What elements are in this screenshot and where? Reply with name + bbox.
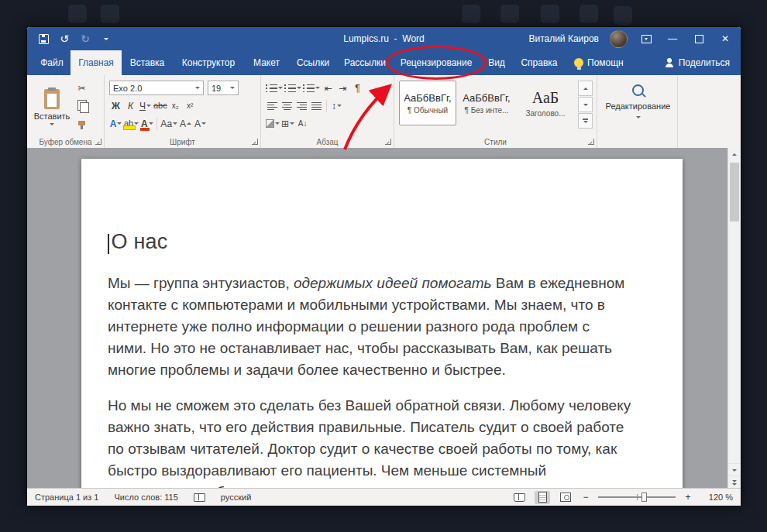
scroll-down-button[interactable] — [728, 463, 741, 476]
proofing-status[interactable] — [186, 493, 213, 502]
text-effects-button[interactable]: А — [109, 116, 122, 131]
style-heading1[interactable]: АаБ Заголово... — [517, 81, 574, 125]
bullet-list-button[interactable] — [266, 81, 283, 95]
grow-font-button[interactable]: А — [179, 116, 192, 131]
user-avatar[interactable] — [610, 30, 628, 48]
editing-group[interactable]: Редактирование — [597, 75, 678, 148]
tab-file[interactable]: Файл — [33, 50, 71, 75]
ribbon-display-options-button[interactable] — [638, 31, 654, 46]
zoom-slider-thumb[interactable] — [641, 493, 647, 502]
style-scroll-up-button[interactable] — [578, 81, 593, 96]
increase-indent-icon: ⇥ — [339, 84, 346, 93]
dialog-launcher-icon[interactable] — [252, 139, 258, 145]
style-gallery-scroll — [578, 81, 593, 129]
document-page[interactable]: О нас Мы — группа энтузиастов, одержимых… — [81, 159, 683, 489]
align-center-button[interactable] — [280, 98, 294, 113]
tab-layout[interactable]: Макет — [244, 50, 289, 75]
sort-button[interactable]: А↓ — [296, 116, 309, 131]
shrink-font-button[interactable]: А — [194, 116, 207, 131]
strikethrough-button[interactable]: abc — [153, 98, 167, 113]
multilevel-list-button[interactable] — [303, 81, 320, 95]
document-heading[interactable]: О нас — [112, 230, 168, 254]
tab-view[interactable]: Вид — [480, 50, 514, 75]
tab-tell-me[interactable]: Помощн — [574, 50, 624, 75]
undo-button[interactable]: ↺ — [59, 33, 70, 45]
italic-button[interactable]: К — [124, 98, 137, 113]
decrease-indent-button[interactable]: ⇤ — [322, 81, 335, 95]
shading-button[interactable] — [266, 116, 280, 131]
change-case-button[interactable]: Аа — [160, 116, 177, 131]
language-indicator[interactable]: русский — [213, 493, 259, 502]
web-layout-button[interactable] — [558, 491, 573, 504]
font-color-button[interactable]: А — [140, 116, 153, 131]
triangle-down-icon — [583, 104, 588, 106]
highlight-button[interactable]: ab — [124, 116, 139, 131]
zoom-slider[interactable] — [598, 496, 676, 498]
qat-customize-button[interactable] — [101, 33, 112, 45]
borders-button[interactable]: ⊞ — [281, 116, 294, 131]
bold-button[interactable]: Ж — [109, 98, 122, 113]
zoom-level[interactable]: 120 % — [700, 493, 733, 502]
format-painter-button[interactable] — [75, 115, 88, 129]
cut-button[interactable]: ✂ — [75, 81, 88, 95]
align-right-button[interactable] — [295, 98, 308, 113]
paste-button[interactable]: Вставить — [32, 79, 72, 135]
save-button[interactable] — [38, 33, 49, 45]
paragraph-1[interactable]: Мы — группа энтузиастов, одержимых идеей… — [108, 273, 658, 381]
copy-button[interactable] — [75, 98, 88, 112]
close-button[interactable]: ✕ — [717, 31, 733, 46]
style-scroll-down-button[interactable] — [578, 97, 593, 112]
show-paragraph-marks-button[interactable]: ¶ — [351, 81, 364, 95]
maximize-button[interactable] — [691, 31, 707, 46]
triangle-down-icon — [583, 121, 588, 123]
dialog-launcher-icon[interactable] — [95, 139, 101, 145]
font-name-combobox[interactable]: Exo 2.0 — [109, 81, 204, 95]
triangle-down-icon — [732, 469, 737, 472]
strikethrough-icon: abc — [153, 101, 167, 110]
underline-button[interactable]: Ч — [139, 98, 152, 113]
paragraph-group-label: Абзац — [261, 138, 394, 146]
tab-mailings[interactable]: Рассылки — [337, 50, 393, 75]
next-page-button[interactable] — [728, 475, 741, 489]
read-mode-button[interactable] — [511, 491, 527, 504]
scroll-up-button[interactable] — [728, 148, 741, 160]
tab-view-label: Вид — [488, 57, 505, 68]
superscript-button[interactable]: x² — [184, 98, 197, 113]
tab-home[interactable]: Главная — [71, 50, 122, 75]
superscript-icon: x² — [187, 102, 193, 110]
word-count[interactable]: Число слов: 115 — [106, 493, 185, 502]
chevron-down-icon — [315, 87, 320, 89]
user-name[interactable]: Виталий Каиров — [528, 33, 599, 44]
style-gallery-more-button[interactable] — [578, 113, 593, 129]
tab-insert[interactable]: Вставка — [122, 50, 173, 75]
redo-button[interactable]: ↻ — [80, 33, 91, 45]
align-left-button[interactable] — [266, 98, 279, 113]
tab-help[interactable]: Справка — [514, 50, 565, 75]
page-indicator[interactable]: Страница 1 из 1 — [27, 493, 106, 502]
tab-references[interactable]: Ссылки — [289, 50, 337, 75]
zoom-out-button[interactable]: − — [581, 492, 590, 503]
vertical-scrollbar[interactable] — [727, 148, 741, 489]
zoom-in-button[interactable]: + — [683, 492, 693, 503]
paragraph-2[interactable]: Но мы не сможем это сделать без Вашей об… — [108, 395, 658, 489]
subscript-button[interactable]: x₂ — [169, 98, 182, 113]
tab-review[interactable]: Рецензирование — [393, 50, 480, 75]
font-size-combobox[interactable]: 19 — [208, 81, 239, 95]
print-layout-button[interactable] — [535, 491, 550, 504]
numbered-list-button[interactable] — [284, 81, 301, 95]
share-button[interactable]: Поделиться — [665, 50, 730, 75]
statusbar-right: − + 120 % — [511, 491, 741, 504]
style-normal[interactable]: АаБбВвГг, ¶ Обычный — [399, 81, 456, 125]
tab-design[interactable]: Конструктор — [173, 50, 244, 75]
desktop-icon — [541, 5, 559, 23]
minimize-button[interactable]: — — [665, 31, 680, 46]
subscript-icon: x₂ — [172, 102, 179, 110]
scrollbar-thumb[interactable] — [730, 163, 739, 221]
line-spacing-button[interactable]: ↕ — [330, 98, 343, 113]
dialog-launcher-icon[interactable] — [385, 139, 391, 145]
line-spacing-icon: ↕ — [332, 101, 336, 111]
justify-button[interactable] — [310, 98, 323, 113]
dialog-launcher-icon[interactable] — [588, 139, 594, 145]
increase-indent-button[interactable]: ⇥ — [336, 81, 349, 95]
style-no-spacing[interactable]: АаБбВвГг, ¶ Без инте... — [458, 81, 515, 125]
